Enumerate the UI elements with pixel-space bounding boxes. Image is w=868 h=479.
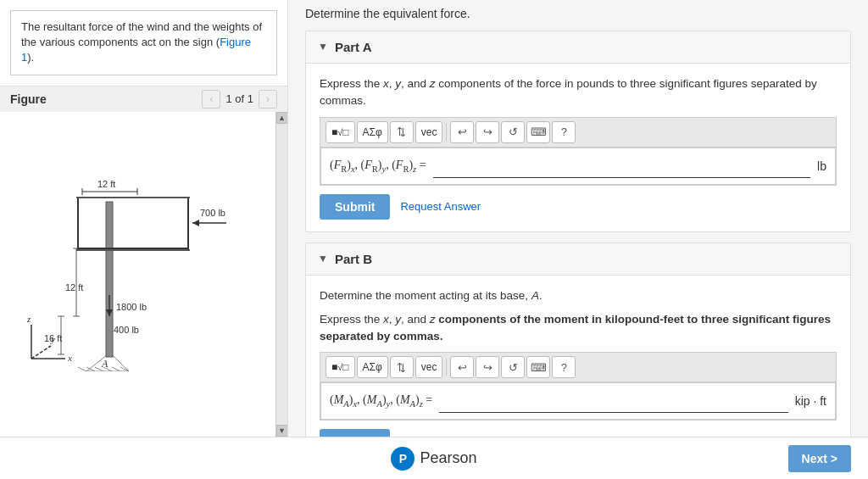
pearson-logo: P Pearson	[391, 447, 476, 471]
svg-line-8	[120, 367, 129, 371]
part-a-undo-btn[interactable]: ↩	[450, 121, 474, 143]
figure-svg: x z y 12 ft 700 lb 1800 lb 400 lb	[19, 176, 269, 371]
part-b-unit: kip · ft	[795, 394, 826, 408]
figure-next-button[interactable]: ›	[259, 90, 277, 109]
part-b-keyboard-btn[interactable]: ⌨	[526, 356, 550, 378]
part-a-math-label: (FR)x, (FR)y, (FR)z =	[330, 159, 426, 174]
next-button[interactable]: Next >	[788, 445, 851, 472]
svg-text:400 lb: 400 lb	[114, 325, 139, 335]
part-b-header: ▼ Part B	[306, 243, 850, 276]
svg-line-3	[78, 367, 86, 371]
part-a-input[interactable]	[433, 154, 810, 178]
figure-title: Figure	[10, 92, 47, 106]
part-b-math-editor: ■√□ AΣφ ⇅ vec ↩ ↪ ↺ ⌨ ? (MA)x, (MA)y, (M…	[320, 352, 837, 421]
part-b-greek-btn[interactable]: AΣφ	[357, 356, 388, 378]
part-b-toolbar: ■√□ AΣφ ⇅ vec ↩ ↪ ↺ ⌨ ?	[320, 353, 836, 382]
part-b-help-btn[interactable]: ?	[552, 356, 576, 378]
part-b-input-row: (MA)x, (MA)y, (MA)z = kip · ft	[320, 382, 836, 420]
svg-text:700 lb: 700 lb	[200, 208, 225, 218]
bottom-bar: P Pearson Next >	[0, 437, 868, 479]
part-b-section: ▼ Part B Determine the moment acting at …	[305, 242, 851, 437]
part-a-keyboard-btn[interactable]: ⌨	[526, 121, 550, 143]
part-b-instruction-2: Express the x, y, and z components of th…	[320, 311, 837, 346]
part-b-body: Determine the moment acting at its base,…	[306, 276, 850, 437]
svg-text:A: A	[101, 358, 108, 370]
part-a-greek-btn[interactable]: AΣφ	[357, 121, 388, 143]
svg-text:x: x	[67, 353, 72, 363]
part-a-request-answer[interactable]: Request Answer	[400, 200, 481, 213]
part-a-math-editor: ■√□ AΣφ ⇅ vec ↩ ↪ ↺ ⌨ ? (FR)x, (FR)y, (F…	[320, 117, 837, 186]
figure-image-area: x z y 12 ft 700 lb 1800 lb 400 lb	[0, 112, 287, 437]
svg-marker-26	[192, 220, 199, 226]
sidebar: The resultant force of the wind and the …	[0, 0, 288, 437]
part-a-toggle[interactable]: ▼	[318, 41, 328, 53]
figure-scrollbar[interactable]: ▲ ▼	[275, 112, 287, 437]
part-a-reset-btn[interactable]: ↺	[501, 121, 525, 143]
part-a-unit: lb	[817, 159, 826, 173]
part-a-header: ▼ Part A	[306, 31, 850, 64]
problem-intro: Determine the equivalent force.	[305, 0, 851, 31]
part-a-instruction: Express the x, y, and z components of th…	[320, 75, 837, 110]
part-a-section: ▼ Part A Express the x, y, and z compone…	[305, 31, 851, 232]
pearson-name: Pearson	[420, 449, 476, 467]
content-area: Determine the equivalent force. ▼ Part A…	[288, 0, 868, 437]
part-a-input-row: (FR)x, (FR)y, (FR)z = lb	[320, 148, 836, 185]
svg-text:z: z	[26, 314, 31, 324]
part-b-submit-button[interactable]: Submit	[320, 429, 390, 437]
part-b-undo-btn[interactable]: ↩	[450, 356, 474, 378]
part-a-redo-btn[interactable]: ↪	[476, 121, 499, 143]
main-container: The resultant force of the wind and the …	[0, 0, 868, 437]
toolbar-sep-1	[446, 124, 447, 141]
part-a-actions: Submit Request Answer	[320, 194, 837, 220]
part-b-math-label: (MA)x, (MA)y, (MA)z =	[330, 393, 432, 409]
svg-rect-9	[106, 202, 113, 357]
part-b-toggle[interactable]: ▼	[318, 253, 328, 265]
part-b-actions: Submit Request Answer	[320, 429, 837, 437]
part-a-body: Express the x, y, and z components of th…	[306, 64, 850, 231]
part-a-label: Part A	[335, 40, 372, 54]
toolbar-sep-2	[446, 359, 447, 376]
svg-line-17	[31, 346, 51, 359]
part-b-input[interactable]	[439, 389, 787, 413]
part-a-submit-button[interactable]: Submit	[320, 194, 390, 220]
part-b-instruction-1: Determine the moment acting at its base,…	[320, 287, 837, 304]
svg-text:1800 lb: 1800 lb	[116, 302, 147, 312]
pearson-icon: P	[391, 447, 415, 471]
svg-text:12 ft: 12 ft	[97, 179, 115, 189]
info-text-end: ).	[27, 51, 34, 64]
part-b-vec-btn[interactable]: vec	[415, 356, 443, 378]
part-b-redo-btn[interactable]: ↪	[476, 356, 499, 378]
svg-rect-10	[78, 198, 188, 248]
svg-text:12 ft: 12 ft	[65, 282, 83, 292]
part-b-label: Part B	[335, 252, 372, 266]
part-a-vec-btn[interactable]: vec	[415, 121, 443, 143]
part-b-arrows-btn[interactable]: ⇅	[390, 356, 414, 378]
scroll-up-arrow[interactable]: ▲	[276, 112, 288, 124]
figure-header: Figure ‹ 1 of 1 ›	[0, 86, 287, 112]
part-b-reset-btn[interactable]: ↺	[501, 356, 525, 378]
scroll-down-arrow[interactable]: ▼	[276, 425, 288, 437]
svg-text:16 ft: 16 ft	[44, 333, 62, 343]
part-a-radical-btn[interactable]: ■√□	[326, 121, 355, 143]
figure-prev-button[interactable]: ‹	[202, 90, 220, 109]
part-a-toolbar: ■√□ AΣφ ⇅ vec ↩ ↪ ↺ ⌨ ?	[320, 118, 836, 148]
part-b-radical-btn[interactable]: ■√□	[326, 356, 355, 378]
figure-nav: ‹ 1 of 1 ›	[202, 90, 277, 109]
part-a-help-btn[interactable]: ?	[552, 121, 576, 143]
info-box: The resultant force of the wind and the …	[10, 10, 277, 75]
svg-line-7	[112, 367, 120, 371]
figure-counter: 1 of 1	[225, 92, 253, 105]
part-a-arrows-btn[interactable]: ⇅	[390, 121, 414, 143]
